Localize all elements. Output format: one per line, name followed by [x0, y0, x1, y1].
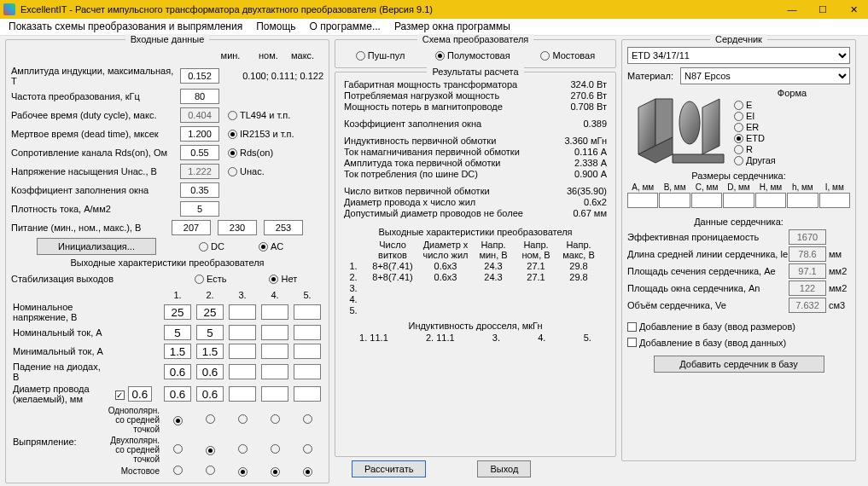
radio-rect-br-4[interactable]	[271, 467, 280, 477]
check-add-data[interactable]: Добавление в базу (ввод данных)	[627, 338, 786, 348]
check-wire[interactable]	[115, 391, 125, 400]
radio-form-e[interactable]: E	[734, 100, 850, 110]
input-power-nom[interactable]	[218, 220, 257, 235]
radio-rect-br-3[interactable]	[238, 467, 248, 477]
input-wire-5[interactable]	[294, 386, 321, 402]
input-diod-2[interactable]	[196, 364, 224, 379]
output-chars-title: Выходные характеристики преобразователя	[11, 257, 323, 268]
radio-rect-uni-2[interactable]	[206, 414, 215, 424]
input-imin-4[interactable]	[261, 344, 288, 359]
input-inom-2[interactable]	[196, 325, 224, 340]
select-material[interactable]: N87 Epcos	[680, 67, 850, 84]
calculate-button[interactable]: Рассчитать	[352, 460, 426, 477]
dim-input[interactable]	[659, 193, 690, 208]
dim-input[interactable]	[723, 193, 754, 208]
radio-rect-uni-3[interactable]	[238, 414, 248, 424]
input-diod-4[interactable]	[261, 364, 288, 379]
input-imin-2[interactable]	[196, 344, 224, 359]
input-vnom-1[interactable]	[164, 304, 191, 320]
input-usat	[180, 164, 219, 179]
core-image	[627, 88, 734, 169]
radio-rect-bi-3[interactable]	[238, 444, 248, 454]
radio-stab-no[interactable]: Нет	[269, 274, 297, 284]
input-rds[interactable]	[180, 145, 219, 160]
input-imin-3[interactable]	[229, 344, 256, 359]
input-vnom-4[interactable]	[261, 304, 288, 320]
input-imin-1[interactable]	[164, 344, 191, 359]
radio-tl494[interactable]: TL494 и т.п.	[228, 110, 290, 120]
radio-form-er[interactable]: ER	[734, 122, 850, 132]
input-wire-3[interactable]	[229, 386, 256, 402]
radio-rect-bi-2[interactable]	[206, 446, 215, 455]
radio-rect-br-2[interactable]	[206, 466, 215, 475]
input-vnom-2[interactable]	[196, 304, 224, 320]
input-imin-5[interactable]	[294, 344, 321, 359]
input-inom-4[interactable]	[261, 325, 288, 340]
input-diod-3[interactable]	[229, 364, 256, 379]
radio-form-r[interactable]: R	[734, 144, 850, 154]
radio-rect-bi-1[interactable]	[173, 444, 183, 454]
input-wire-2[interactable]	[196, 386, 224, 402]
radio-ir2153[interactable]: IR2153 и т.п.	[228, 129, 294, 139]
menu-window-size[interactable]: Размер окна программы	[394, 20, 510, 33]
init-button[interactable]: Инициализация...	[37, 238, 156, 255]
ind-value: 5.	[584, 333, 591, 343]
radio-form-другая[interactable]: Другая	[734, 155, 850, 165]
radio-rect-uni-5[interactable]	[303, 414, 312, 424]
dim-input[interactable]	[819, 193, 850, 208]
radio-rdson[interactable]: Rds(on)	[228, 148, 273, 158]
radio-rect-uni-4[interactable]	[271, 414, 280, 424]
close-button[interactable]: ✕	[848, 4, 859, 15]
radio-rect-uni-1[interactable]	[173, 416, 183, 425]
input-diod-1[interactable]	[164, 364, 191, 379]
input-wire-1[interactable]	[164, 386, 191, 402]
input-freq[interactable]	[180, 89, 219, 104]
ind-value: 2. 11.1	[426, 333, 455, 343]
input-amp[interactable]	[180, 68, 219, 84]
radio-ac[interactable]: AC	[259, 241, 283, 252]
input-inom-3[interactable]	[229, 325, 256, 340]
input-vnom-5[interactable]	[294, 304, 321, 320]
radio-dc[interactable]: DC	[199, 241, 224, 252]
table-row: Номинальное напряжение, В	[11, 301, 323, 323]
radio-usat[interactable]: Uнас.	[228, 166, 265, 176]
radio-rect-br-1[interactable]	[173, 466, 183, 475]
check-add-dims[interactable]: Добавление в базу (ввод размеров)	[627, 321, 795, 332]
radio-rect-bi-5[interactable]	[303, 444, 312, 454]
dim-input[interactable]	[627, 193, 658, 208]
radio-full-bridge[interactable]: Мостовая	[540, 50, 595, 61]
menu-about[interactable]: О программе...	[310, 20, 381, 33]
input-dead[interactable]	[180, 126, 219, 142]
dim-header: h, мм	[787, 182, 818, 192]
input-vnom-3[interactable]	[229, 304, 256, 320]
minimize-button[interactable]: —	[786, 4, 798, 15]
radio-half-bridge[interactable]: Полумостовая	[435, 50, 510, 61]
radio-form-etd[interactable]: ETD	[734, 133, 850, 143]
input-diod-5[interactable]	[294, 364, 321, 379]
exit-button[interactable]: Выход	[477, 460, 531, 477]
input-power-min[interactable]	[172, 220, 211, 235]
dim-input[interactable]	[755, 193, 786, 208]
input-power-max[interactable]	[264, 220, 303, 235]
input-inom-5[interactable]	[294, 325, 321, 340]
menu-schemes[interactable]: Показать схемы преобразования и выпрямле…	[9, 20, 242, 33]
maximize-button[interactable]: ☐	[817, 4, 829, 15]
menu-help[interactable]: Помощь	[256, 20, 295, 33]
radio-rect-br-5[interactable]	[303, 467, 312, 477]
ind-value: 4.	[538, 333, 545, 343]
add-core-button[interactable]: Добавить сердечник в базу	[654, 356, 824, 373]
radio-rect-bi-4[interactable]	[271, 444, 280, 454]
input-jdens[interactable]	[180, 201, 219, 217]
dim-input[interactable]	[787, 193, 818, 208]
radio-form-ei[interactable]: EI	[734, 111, 850, 121]
input-inom-1[interactable]	[164, 325, 191, 340]
input-wire-4[interactable]	[261, 386, 288, 402]
dim-header: A, мм	[627, 182, 658, 192]
input-wire-base[interactable]	[128, 386, 152, 402]
radio-push-pull[interactable]: Пуш-пул	[356, 50, 405, 61]
radio-stab-yes[interactable]: Есть	[195, 274, 226, 284]
dim-input[interactable]	[691, 193, 722, 208]
select-core-name[interactable]: ETD 34/17/11	[627, 47, 850, 64]
app-icon	[3, 3, 15, 15]
input-kfill[interactable]	[180, 182, 219, 198]
